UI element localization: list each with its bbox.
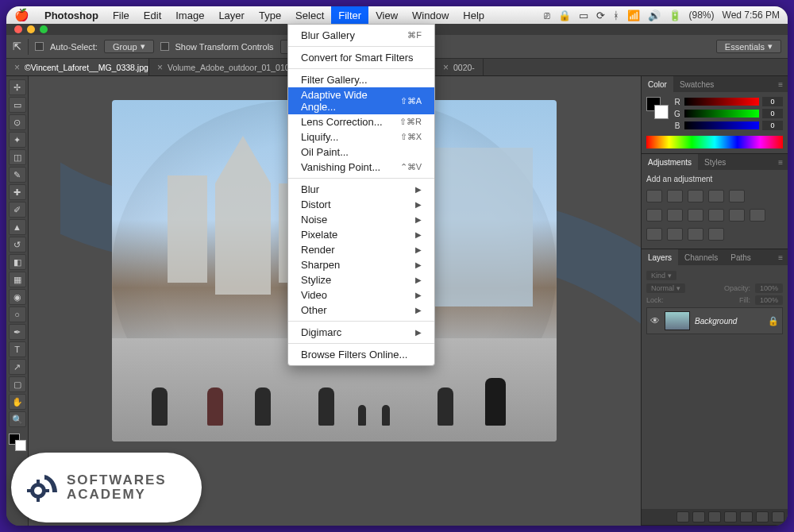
b-value[interactable]: 0 <box>762 121 783 130</box>
opacity-field[interactable]: 100% <box>755 283 783 293</box>
layer-kind-dropdown[interactable]: Kind ▾ <box>646 271 676 280</box>
stamp-tool[interactable]: ▲ <box>9 219 26 235</box>
brightness-icon[interactable] <box>646 190 662 202</box>
filter-icon[interactable] <box>713 270 724 281</box>
menu-layer[interactable]: Layer <box>211 6 252 24</box>
pen-tool[interactable]: ✒ <box>9 324 26 340</box>
menu-edit[interactable]: Edit <box>137 6 168 24</box>
panel-menu-icon[interactable]: ≡ <box>773 253 788 262</box>
fill-field[interactable]: 100% <box>755 295 783 305</box>
menu-type[interactable]: Type <box>252 6 288 24</box>
path-tool[interactable]: ↗ <box>9 359 26 375</box>
invert-icon[interactable] <box>750 209 765 222</box>
vibrance-icon[interactable] <box>729 190 745 202</box>
menu-item-lens-correction[interactable]: Lens Correction...⇧⌘R <box>288 114 434 129</box>
close-button[interactable] <box>14 25 22 33</box>
menu-item-render[interactable]: Render▶ <box>288 242 434 257</box>
history-brush-tool[interactable]: ↺ <box>9 237 26 253</box>
color-spectrum[interactable] <box>646 136 783 148</box>
close-icon[interactable]: × <box>443 62 449 73</box>
tab-layers[interactable]: Layers <box>642 249 678 265</box>
tab-channels[interactable]: Channels <box>678 249 724 265</box>
lock-all-icon[interactable] <box>697 295 707 305</box>
menu-item-video[interactable]: Video▶ <box>288 287 434 303</box>
g-slider[interactable] <box>684 110 759 118</box>
new-layer-icon[interactable] <box>756 511 769 522</box>
zoom-button[interactable] <box>40 25 48 33</box>
menu-item-browse-filters[interactable]: Browse Filters Online... <box>288 347 434 362</box>
tab-adjustments[interactable]: Adjustments <box>642 154 698 170</box>
eyedropper-tool[interactable]: ✎ <box>9 167 26 183</box>
zoom-tool[interactable]: 🔍 <box>9 411 26 427</box>
menu-item-last-filter[interactable]: Blur Gallery⌘F <box>288 28 434 43</box>
filter-icon[interactable] <box>729 270 740 281</box>
close-icon[interactable]: × <box>157 62 163 73</box>
b-slider[interactable] <box>684 121 759 129</box>
menu-view[interactable]: View <box>368 6 405 24</box>
wand-tool[interactable]: ✦ <box>9 132 26 148</box>
menu-item-pixelate[interactable]: Pixelate▶ <box>288 227 434 242</box>
shape-tool[interactable]: ▢ <box>9 376 26 392</box>
show-transform-checkbox[interactable] <box>160 42 169 51</box>
menu-item-filter-gallery[interactable]: Filter Gallery... <box>288 72 434 87</box>
trash-icon[interactable] <box>772 511 784 522</box>
auto-select-checkbox[interactable] <box>35 42 44 51</box>
gradient-tool[interactable]: ▦ <box>9 272 26 287</box>
levels-icon[interactable] <box>667 190 683 202</box>
lasso-tool[interactable]: ⊙ <box>9 114 26 130</box>
tab-paths[interactable]: Paths <box>724 249 757 265</box>
doc-tab[interactable]: ×©Vincent_Laforet__MG_0338.jpg <box>6 59 149 75</box>
doc-tab[interactable]: ×0020- <box>435 59 484 75</box>
adjustment-icon[interactable] <box>724 511 737 522</box>
menu-window[interactable]: Window <box>405 6 456 24</box>
posterize-icon[interactable] <box>646 228 662 241</box>
visibility-icon[interactable]: 👁 <box>650 315 660 326</box>
gradient-map-icon[interactable] <box>688 228 703 241</box>
eraser-tool[interactable]: ◧ <box>9 254 26 270</box>
menu-help[interactable]: Help <box>456 6 491 24</box>
curves-icon[interactable] <box>688 190 703 202</box>
minimize-button[interactable] <box>27 25 35 33</box>
app-menu[interactable]: Photoshop <box>37 6 106 24</box>
tab-styles[interactable]: Styles <box>698 154 732 170</box>
r-value[interactable]: 0 <box>762 97 783 106</box>
color-swatch[interactable] <box>9 434 26 451</box>
hand-tool[interactable]: ✋ <box>9 394 26 410</box>
panel-menu-icon[interactable]: ≡ <box>773 158 788 167</box>
lock-pos-icon[interactable] <box>683 295 692 305</box>
menu-item-blur[interactable]: Blur▶ <box>288 182 434 197</box>
type-tool[interactable]: T <box>9 341 26 357</box>
menu-item-adaptive-wide-angle[interactable]: Adaptive Wide Angle...⇧⌘A <box>288 87 434 114</box>
close-icon[interactable]: × <box>14 62 20 73</box>
menu-item-sharpen[interactable]: Sharpen▶ <box>288 257 434 272</box>
threshold-icon[interactable] <box>667 228 683 241</box>
crop-tool[interactable]: ◫ <box>9 149 26 165</box>
menu-item-liquify[interactable]: Liquify...⇧⌘X <box>288 129 434 145</box>
menu-item-other[interactable]: Other▶ <box>288 303 434 318</box>
menu-item-noise[interactable]: Noise▶ <box>288 212 434 227</box>
doc-tab[interactable]: ×Volume_Adobe_outdoor_01_010.jpg <box>149 59 292 75</box>
menu-item-stylize[interactable]: Stylize▶ <box>288 272 434 287</box>
marquee-tool[interactable]: ▭ <box>9 97 26 113</box>
tab-color[interactable]: Color <box>642 76 673 92</box>
selective-icon[interactable] <box>708 228 724 241</box>
tab-swatches[interactable]: Swatches <box>673 76 720 92</box>
menu-filter[interactable]: Filter <box>331 6 368 24</box>
filter-icon[interactable] <box>681 270 692 281</box>
filter-icon[interactable] <box>697 270 708 281</box>
menu-item-convert-smart[interactable]: Convert for Smart Filters <box>288 50 434 65</box>
menu-image[interactable]: Image <box>168 6 211 24</box>
g-value[interactable]: 0 <box>762 109 783 118</box>
blur-tool[interactable]: ◉ <box>9 289 26 305</box>
exposure-icon[interactable] <box>708 190 724 202</box>
r-slider[interactable] <box>684 98 759 106</box>
group-icon[interactable] <box>740 511 753 522</box>
lookup-icon[interactable] <box>729 209 745 222</box>
blend-mode-dropdown[interactable]: Normal ▾ <box>646 283 685 293</box>
menu-item-distort[interactable]: Distort▶ <box>288 197 434 212</box>
link-icon[interactable] <box>676 511 689 522</box>
photo-filter-icon[interactable] <box>688 209 703 222</box>
heal-tool[interactable]: ✚ <box>9 184 26 200</box>
move-tool[interactable]: ✢ <box>9 79 26 95</box>
lock-pixels-icon[interactable] <box>669 295 678 305</box>
